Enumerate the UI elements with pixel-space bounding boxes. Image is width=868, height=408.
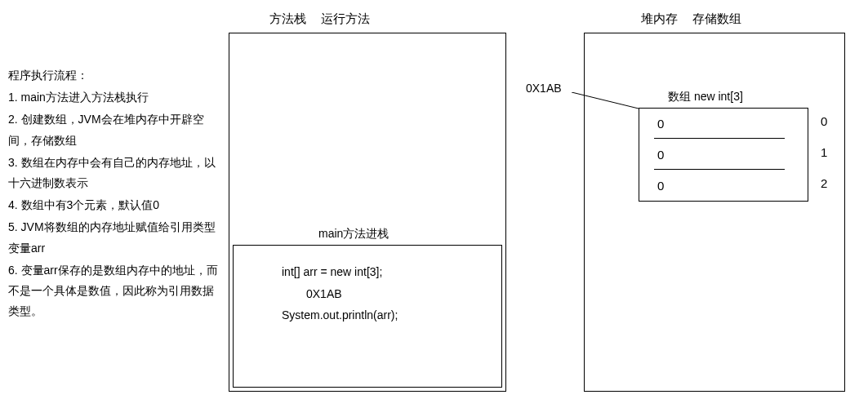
array-cell: 0 [639, 171, 808, 202]
process-description: 程序执行流程： 1. main方法进入方法栈执行 2. 创建数组，JVM会在堆内… [8, 65, 220, 323]
heap-memory-box [584, 33, 845, 392]
code-line: System.out.println(arr); [282, 304, 398, 326]
array-cell-value: 0 [657, 179, 664, 193]
heap-address-label: 0X1AB [526, 82, 562, 95]
code-address: 0X1AB [306, 283, 398, 305]
main-enters-stack-label: main方法进栈 [318, 227, 389, 242]
stack-title-2: 运行方法 [321, 11, 370, 25]
array-cell-value: 0 [657, 148, 664, 162]
process-step: 3. 数组在内存中会有自己的内存地址，以十六进制数表示 [8, 153, 220, 193]
array-object-box: 0 0 0 [639, 108, 808, 202]
heap-title-2: 存储数组 [692, 11, 741, 25]
cell-divider [654, 138, 785, 139]
array-index: 1 [821, 145, 827, 159]
array-cell: 0 [639, 140, 808, 171]
cell-divider [654, 169, 785, 170]
process-step: 5. JVM将数组的内存地址赋值给引用类型变量arr [8, 217, 220, 258]
array-index: 0 [821, 114, 827, 128]
process-step: 2. 创建数组，JVM会在堆内存中开辟空间，存储数组 [8, 109, 220, 150]
process-step: 1. main方法进入方法栈执行 [8, 87, 220, 108]
array-cell-value: 0 [657, 117, 664, 131]
array-index: 2 [821, 176, 827, 190]
array-cell: 0 [639, 109, 808, 140]
code-line: int[] arr = new int[3]; [282, 261, 398, 283]
process-step: 4. 数组中有3个元素，默认值0 [8, 195, 220, 215]
main-code-block: int[] arr = new int[3]; 0X1AB System.out… [282, 261, 398, 326]
process-heading: 程序执行流程： [8, 65, 220, 86]
stack-title: 方法栈 运行方法 [269, 11, 381, 27]
heap-title: 堆内存 存储数组 [641, 11, 753, 27]
array-declaration-label: 数组 new int[3] [668, 90, 743, 104]
heap-title-1: 堆内存 [641, 11, 678, 25]
stack-title-1: 方法栈 [269, 11, 306, 25]
process-step: 6. 变量arr保存的是数组内存中的地址，而不是一个具体是数值，因此称为引用数据… [8, 260, 220, 322]
